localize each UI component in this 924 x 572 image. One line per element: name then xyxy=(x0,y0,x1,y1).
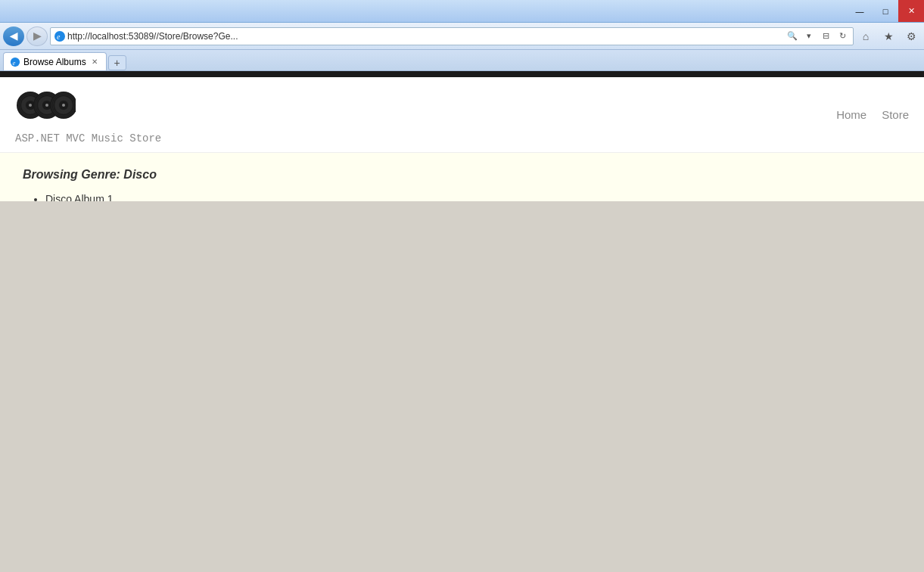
address-input[interactable] xyxy=(67,31,783,42)
title-bar-buttons: — □ ✕ xyxy=(847,0,924,22)
home-button[interactable]: ⌂ xyxy=(856,26,876,46)
settings-button[interactable]: ⚙ xyxy=(901,26,921,46)
svg-text:e: e xyxy=(57,33,61,41)
site-header: ASP.NET MVC Music Store Home Store xyxy=(0,77,924,153)
close-button[interactable]: ✕ xyxy=(898,0,924,22)
tab-bar: e Browse Albums ✕ + xyxy=(0,50,924,71)
site-title: ASP.NET MVC Music Store xyxy=(15,132,161,145)
search-dropdown-button[interactable]: 🔍 xyxy=(785,29,800,44)
nav-home[interactable]: Home xyxy=(836,108,866,121)
forward-button[interactable]: ▶ xyxy=(26,26,48,46)
svg-text:e: e xyxy=(13,58,16,66)
album-list: Disco Album 1 Disco Album 2 xyxy=(23,193,901,201)
website-content: ASP.NET MVC Music Store Home Store Brows… xyxy=(0,77,924,201)
logo-icon xyxy=(15,85,161,131)
minimize-button[interactable]: — xyxy=(847,0,873,22)
list-item: Disco Album 1 xyxy=(45,193,901,201)
svg-point-15 xyxy=(45,104,48,107)
main-content: Browsing Genre: Disco Disco Album 1 Disc… xyxy=(0,153,924,201)
svg-point-7 xyxy=(29,104,32,107)
ie-icon: e xyxy=(54,30,66,42)
address-bar: e 🔍 ▾ ⊟ ↻ xyxy=(50,27,854,45)
new-tab-button[interactable]: + xyxy=(108,55,126,70)
svg-point-23 xyxy=(62,104,65,107)
dropdown-arrow-button[interactable]: ▾ xyxy=(801,29,817,44)
address-actions: 🔍 ▾ ⊟ ↻ xyxy=(785,29,850,44)
compat-view-button[interactable]: ⊟ xyxy=(818,29,833,44)
title-bar: — □ ✕ xyxy=(0,0,924,23)
site-nav: Home Store xyxy=(836,108,909,121)
nav-store[interactable]: Store xyxy=(882,108,909,121)
favorites-button[interactable]: ★ xyxy=(879,26,898,46)
maximize-button[interactable]: □ xyxy=(873,0,898,22)
tab-close-button[interactable]: ✕ xyxy=(89,57,100,67)
genre-heading: Browsing Genre: Disco xyxy=(23,168,901,182)
toolbar-right: ⌂ ★ ⚙ xyxy=(856,26,921,46)
refresh-button[interactable]: ↻ xyxy=(835,29,850,44)
tab-ie-icon: e xyxy=(10,57,20,67)
back-button[interactable]: ◀ xyxy=(3,26,24,46)
logo-svg xyxy=(15,85,76,126)
bottom-gray-area xyxy=(0,201,924,572)
site-logo-area: ASP.NET MVC Music Store xyxy=(15,85,161,145)
tab-label: Browse Albums xyxy=(23,57,86,67)
browser-toolbar: ◀ ▶ e 🔍 ▾ ⊟ ↻ ⌂ ★ ⚙ xyxy=(0,23,924,50)
active-tab[interactable]: e Browse Albums ✕ xyxy=(3,52,107,70)
album-link-1[interactable]: Disco Album 1 xyxy=(45,193,113,201)
black-bar xyxy=(0,71,924,77)
